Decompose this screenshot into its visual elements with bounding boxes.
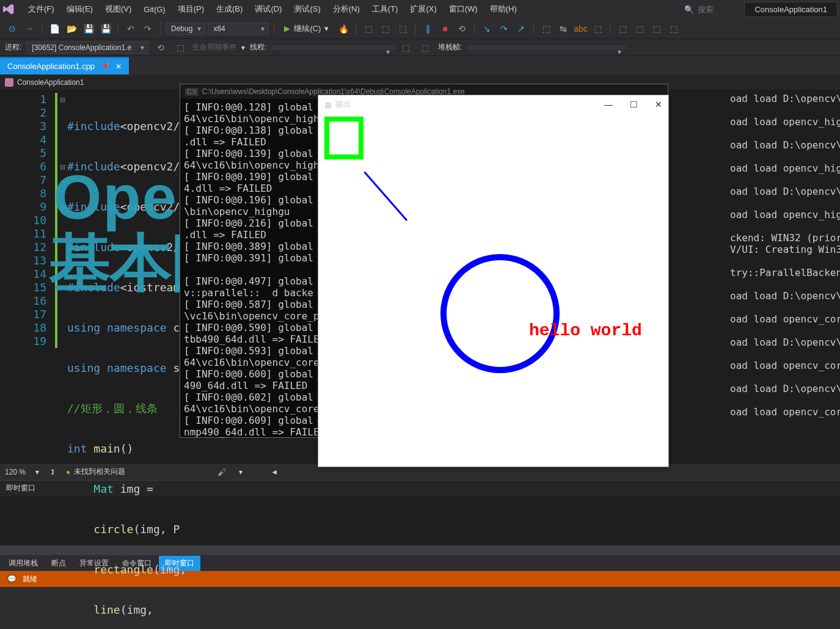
tb-icon[interactable]: ⬚ — [378, 21, 393, 36]
project-icon — [5, 78, 13, 87]
status-text: 就绪 — [23, 574, 37, 584]
drawn-circle — [440, 254, 560, 373]
line-num: 14 — [0, 267, 46, 281]
back-button[interactable]: ⊙ — [5, 21, 20, 36]
separator — [42, 23, 42, 35]
line-num: 3 — [0, 120, 46, 133]
restart-button[interactable]: ⟲ — [455, 21, 469, 36]
tb-icon[interactable]: ⬚ — [615, 21, 630, 36]
debug-bar: 进程: [30652] ConsoleApplication1.e ⟲ ⬚ 生命… — [0, 39, 840, 56]
line-num: 4 — [0, 133, 46, 147]
menu-tools[interactable]: 工具(T) — [366, 1, 404, 17]
pause-button[interactable]: ‖ — [420, 21, 435, 36]
open-button[interactable]: 📂 — [64, 21, 79, 36]
stackframe-dropdown[interactable] — [467, 46, 626, 49]
tb-icon[interactable]: ↹ — [556, 21, 571, 36]
save-button[interactable]: 💾 — [81, 21, 96, 36]
drawn-text: hello world — [529, 321, 642, 340]
tb-icon[interactable]: ⬚ — [395, 21, 410, 36]
thread-dropdown[interactable] — [272, 46, 394, 49]
separator — [415, 23, 415, 35]
tb-icon[interactable]: ⬚ — [590, 21, 605, 36]
menubar: 文件(F) 编辑(E) 视图(V) Git(G) 项目(P) 生成(B) 调试(… — [0, 0, 840, 18]
tb-icon[interactable]: 🕽 — [49, 468, 56, 476]
dropdown-icon[interactable]: ▾ — [35, 468, 39, 476]
tb-icon[interactable]: ⬚ — [418, 40, 433, 55]
new-item-button[interactable]: 📄 — [47, 21, 62, 36]
menu-file[interactable]: 文件(F) — [22, 1, 60, 17]
platform-dropdown[interactable]: x64 — [208, 23, 269, 35]
tb-icon[interactable]: ⬚ — [649, 21, 664, 36]
drawn-line — [364, 172, 425, 233]
tab-title: ConsoleApplication1.cpp — [7, 62, 95, 71]
menu-help[interactable]: 帮助(H) — [484, 1, 523, 17]
menu-view[interactable]: 视图(V) — [99, 1, 137, 17]
console-right-overflow: oad load D:\opencv\ oad load opencv_hig … — [730, 93, 840, 418]
stackframe-label: 堆栈帧: — [438, 42, 462, 53]
line-num: 18 — [0, 321, 46, 335]
menu-extensions[interactable]: 扩展(X) — [404, 1, 442, 17]
close-icon[interactable]: ✕ — [115, 62, 122, 71]
tb-icon[interactable]: ⟲ — [153, 40, 168, 55]
fold-icon[interactable]: ⊟ — [55, 200, 67, 214]
step-over-button[interactable]: ↷ — [497, 21, 511, 36]
step-out-button[interactable]: ↗ — [514, 21, 528, 36]
feedback-icon[interactable]: 💬 — [7, 575, 16, 583]
tb-icon[interactable]: ⬚ — [632, 21, 647, 36]
tb-icon[interactable]: ⬚ — [539, 21, 553, 36]
line-num: 15 — [0, 281, 46, 294]
menu-build[interactable]: 生成(B) — [210, 1, 249, 17]
continue-button[interactable]: ▶ 继续(C) ▾ — [279, 22, 334, 35]
main-toolbar: ⊙ → 📄 📂 💾 💾 ↶ ↷ Debug x64 ▶ 继续(C) ▾ 🔥 ⬚ … — [0, 18, 840, 39]
undo-button[interactable]: ↶ — [123, 21, 138, 36]
process-dropdown[interactable]: [30652] ConsoleApplication1.e — [26, 42, 148, 54]
minimize-icon[interactable]: — — [604, 100, 613, 109]
zoom-value[interactable]: 120 % — [5, 468, 26, 476]
stop-button[interactable]: ■ — [437, 21, 452, 36]
continue-label: 继续(C) — [294, 23, 321, 34]
forward-button[interactable]: → — [22, 21, 37, 36]
line-num: 8 — [0, 187, 46, 200]
tb-icon[interactable]: ⬚ — [667, 21, 681, 36]
config-dropdown[interactable]: Debug — [166, 23, 205, 35]
fold-icon[interactable]: ⊟ — [55, 160, 67, 173]
menu-debug[interactable]: 调试(D) — [249, 1, 288, 17]
save-all-button[interactable]: 💾 — [98, 21, 113, 36]
line-num: 12 — [0, 241, 46, 254]
process-label: 进程: — [5, 42, 21, 53]
close-icon[interactable]: ✕ — [655, 100, 662, 109]
separator — [474, 23, 475, 35]
step-into-button[interactable]: ↘ — [480, 21, 494, 36]
maximize-icon[interactable]: ☐ — [630, 100, 638, 109]
line-num: 6 — [0, 160, 46, 173]
tb-icon[interactable]: abc — [573, 21, 588, 36]
menu-test[interactable]: 测试(S) — [288, 1, 326, 17]
search-input[interactable] — [698, 5, 734, 14]
menu-edit[interactable]: 编辑(E) — [60, 1, 99, 17]
menu-git[interactable]: Git(G) — [137, 2, 171, 16]
menu-project[interactable]: 项目(P) — [172, 1, 210, 17]
line-num: 16 — [0, 294, 46, 308]
tb-icon[interactable]: ⬚ — [399, 40, 414, 55]
line-num: 11 — [0, 227, 46, 241]
tab-callstack[interactable]: 调用堆栈 — [2, 556, 44, 571]
menu-window[interactable]: 窗口(W) — [443, 1, 484, 17]
output-canvas: hello world — [318, 114, 668, 467]
breadcrumb-item[interactable]: ConsoleApplication1 — [17, 78, 84, 87]
line-numbers: 1 2 3 4 5 6 7 8 9 10 11 12 13 14 15 16 1… — [0, 90, 55, 463]
fold-icon[interactable]: ⊟ — [55, 93, 67, 106]
redo-button[interactable]: ↷ — [141, 21, 155, 36]
menu-analyze[interactable]: 分析(N) — [327, 1, 366, 17]
hot-reload-button[interactable]: 🔥 — [336, 21, 351, 36]
tb-icon[interactable]: ⬚ — [361, 21, 376, 36]
separator — [610, 23, 610, 35]
lifecycle-label: 生命周期事件 — [192, 42, 236, 53]
tb-icon[interactable]: ⬚ — [173, 40, 188, 55]
vs-logo-icon — [2, 3, 15, 15]
search-box[interactable]: 🔍 — [679, 4, 739, 15]
window-icon: ▦ — [324, 100, 332, 109]
pin-icon[interactable]: 📌 — [101, 62, 109, 70]
fold-bar: ⊟ ⊟ ⊟ — [55, 90, 67, 463]
output-titlebar[interactable]: ▦ 输出 — ☐ ✕ — [318, 95, 668, 114]
tab-file[interactable]: ConsoleApplication1.cpp 📌 ✕ — [0, 57, 129, 75]
